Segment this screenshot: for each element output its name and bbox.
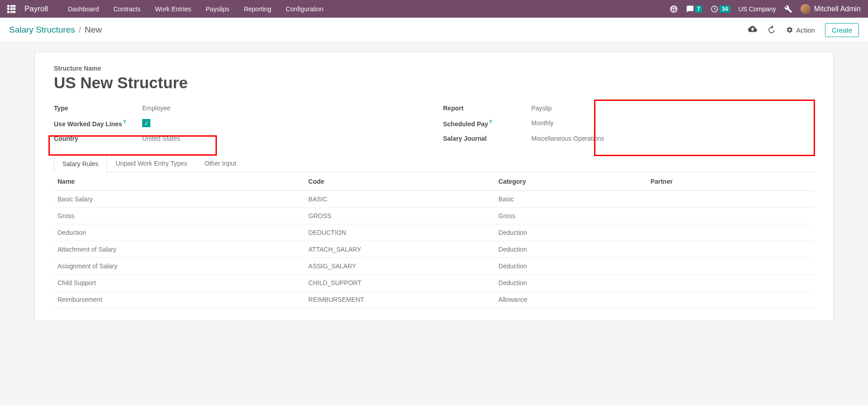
support-icon[interactable] bbox=[670, 5, 678, 13]
cell-partner bbox=[647, 224, 814, 241]
action-bar: Action Create bbox=[748, 23, 859, 37]
th-category[interactable]: Category bbox=[495, 172, 647, 191]
nav-payslips[interactable]: Payslips bbox=[198, 5, 236, 13]
table-row[interactable]: ReimbursementREIMBURSEMENTAllowance bbox=[54, 291, 814, 308]
action-label: Action bbox=[796, 26, 815, 34]
country-row: Country United States bbox=[54, 131, 425, 146]
breadcrumb-separator: / bbox=[79, 25, 81, 35]
cell-partner bbox=[647, 291, 814, 308]
nav-right: 7 34 US Company Mitchell Admin bbox=[670, 4, 861, 14]
cell-code: ASSIG_SALARY bbox=[305, 257, 495, 274]
activities-badge: 34 bbox=[719, 5, 730, 13]
app-name[interactable]: Payroll bbox=[24, 5, 48, 14]
th-name[interactable]: Name bbox=[54, 172, 305, 191]
table-row[interactable]: DeductionDEDUCTIONDeduction bbox=[54, 224, 814, 241]
cell-partner bbox=[647, 207, 814, 224]
cell-code: BASIC bbox=[305, 191, 495, 207]
tabs: Salary Rules Unpaid Work Entry Types Oth… bbox=[54, 155, 814, 172]
cell-category: Deduction bbox=[495, 274, 647, 291]
worked-day-label: Use Worked Day Lines? bbox=[54, 119, 142, 128]
cell-category: Basic bbox=[495, 191, 647, 207]
table-row[interactable]: Child SupportCHILD_SUPPORTDeduction bbox=[54, 274, 814, 291]
structure-name-label: Structure Name bbox=[54, 65, 814, 72]
salary-journal-label: Salary Journal bbox=[443, 135, 532, 142]
debug-icon[interactable] bbox=[784, 5, 792, 13]
salary-rules-table: Name Code Category Partner Basic SalaryB… bbox=[54, 172, 814, 308]
form-col-left: Type Employee Use Worked Day Lines? ✓ Co… bbox=[54, 101, 425, 146]
cell-name: Attachment of Salary bbox=[54, 241, 305, 257]
salary-journal-row: Salary Journal Miscellaneous Operations bbox=[443, 131, 815, 146]
cell-name: Assignment of Salary bbox=[54, 257, 305, 274]
cloud-icon[interactable] bbox=[748, 24, 757, 35]
tab-unpaid-work[interactable]: Unpaid Work Entry Types bbox=[107, 155, 196, 172]
breadcrumb-bar: Salary Structures / New Action Create bbox=[0, 18, 868, 43]
type-row: Type Employee bbox=[54, 101, 425, 115]
cell-code: ATTACH_SALARY bbox=[305, 241, 495, 257]
worked-day-row: Use Worked Day Lines? ✓ bbox=[54, 115, 425, 131]
cell-category: Deduction bbox=[495, 241, 647, 257]
tab-salary-rules[interactable]: Salary Rules bbox=[54, 155, 107, 172]
salary-journal-value[interactable]: Miscellaneous Operations bbox=[532, 135, 604, 142]
cell-partner bbox=[647, 191, 814, 207]
cell-name: Basic Salary bbox=[54, 191, 305, 207]
table-row[interactable]: Assignment of SalaryASSIG_SALARYDeductio… bbox=[54, 257, 814, 274]
user-name: Mitchell Admin bbox=[814, 5, 861, 13]
cell-category: Deduction bbox=[495, 257, 647, 274]
activities-icon[interactable]: 34 bbox=[710, 5, 730, 13]
cell-partner bbox=[647, 257, 814, 274]
tab-other-input[interactable]: Other Input bbox=[196, 155, 245, 172]
scheduled-pay-row: Scheduled Pay? Monthly bbox=[443, 115, 815, 131]
nav-reporting[interactable]: Reporting bbox=[236, 5, 278, 13]
breadcrumb: Salary Structures / New bbox=[9, 25, 102, 35]
cell-code: CHILD_SUPPORT bbox=[305, 274, 495, 291]
cell-name: Child Support bbox=[54, 274, 305, 291]
cell-name: Deduction bbox=[54, 224, 305, 241]
breadcrumb-parent[interactable]: Salary Structures bbox=[9, 25, 75, 35]
cell-category: Deduction bbox=[495, 224, 647, 241]
help-icon[interactable]: ? bbox=[489, 119, 492, 124]
report-value[interactable]: Payslip bbox=[532, 105, 552, 112]
discard-icon[interactable] bbox=[767, 24, 776, 35]
type-value[interactable]: Employee bbox=[142, 105, 170, 112]
apps-icon[interactable] bbox=[7, 5, 15, 13]
type-label: Type bbox=[54, 105, 142, 112]
th-partner[interactable]: Partner bbox=[647, 172, 814, 191]
report-row: Report Payslip bbox=[443, 101, 815, 115]
cell-name: Gross bbox=[54, 207, 305, 224]
messages-icon[interactable]: 7 bbox=[686, 5, 703, 13]
nav-work-entries[interactable]: Work Entries bbox=[148, 5, 198, 13]
cell-partner bbox=[647, 241, 814, 257]
report-label: Report bbox=[443, 105, 532, 112]
company-switcher[interactable]: US Company bbox=[739, 5, 776, 13]
th-code[interactable]: Code bbox=[305, 172, 495, 191]
table-row[interactable]: Attachment of SalaryATTACH_SALARYDeducti… bbox=[54, 241, 814, 257]
svg-rect-1 bbox=[671, 8, 672, 10]
cell-category: Allowance bbox=[495, 291, 647, 308]
form-columns: Type Employee Use Worked Day Lines? ✓ Co… bbox=[54, 101, 814, 146]
create-button[interactable]: Create bbox=[825, 23, 859, 37]
help-icon[interactable]: ? bbox=[123, 119, 126, 124]
cell-code: REIMBURSEMENT bbox=[305, 291, 495, 308]
svg-rect-2 bbox=[675, 8, 676, 10]
content-area: Structure Name US New Structure Type Emp… bbox=[0, 43, 868, 405]
scheduled-pay-value[interactable]: Monthly bbox=[532, 119, 554, 127]
action-button[interactable]: Action bbox=[786, 26, 815, 34]
nav-dashboard[interactable]: Dashboard bbox=[61, 5, 106, 13]
cell-code: GROSS bbox=[305, 207, 495, 224]
nav-left: Payroll Dashboard Contracts Work Entries… bbox=[7, 5, 331, 14]
table-row[interactable]: GrossGROSSGross bbox=[54, 207, 814, 224]
user-menu[interactable]: Mitchell Admin bbox=[801, 4, 861, 14]
messages-badge: 7 bbox=[695, 5, 703, 13]
cell-partner bbox=[647, 274, 814, 291]
top-navigation: Payroll Dashboard Contracts Work Entries… bbox=[0, 0, 868, 18]
scheduled-pay-label: Scheduled Pay? bbox=[443, 119, 532, 128]
country-value[interactable]: United States bbox=[142, 135, 180, 142]
nav-contracts[interactable]: Contracts bbox=[106, 5, 148, 13]
cell-category: Gross bbox=[495, 207, 647, 224]
structure-name-value[interactable]: US New Structure bbox=[54, 74, 814, 92]
nav-configuration[interactable]: Configuration bbox=[278, 5, 331, 13]
breadcrumb-current: New bbox=[85, 25, 102, 35]
worked-day-checkbox[interactable]: ✓ bbox=[142, 119, 150, 127]
avatar bbox=[801, 4, 810, 14]
table-row[interactable]: Basic SalaryBASICBasic bbox=[54, 191, 814, 207]
